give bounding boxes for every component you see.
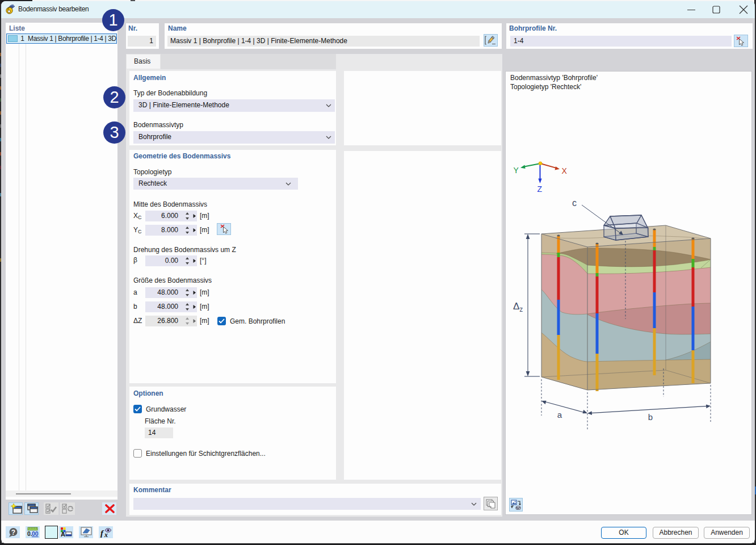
svg-text:b: b bbox=[648, 412, 653, 422]
svg-text:00: 00 bbox=[32, 530, 39, 537]
svg-text:a: a bbox=[557, 410, 562, 420]
svg-text:X: X bbox=[562, 166, 568, 175]
svg-text:c: c bbox=[572, 198, 577, 208]
svg-text:Y: Y bbox=[514, 166, 519, 175]
svg-text:f: f bbox=[100, 529, 104, 538]
svg-text:Δz: Δz bbox=[513, 301, 523, 313]
svg-text:A: A bbox=[61, 531, 65, 538]
svg-text:?: ? bbox=[11, 529, 15, 536]
svg-text:Z: Z bbox=[537, 185, 543, 194]
